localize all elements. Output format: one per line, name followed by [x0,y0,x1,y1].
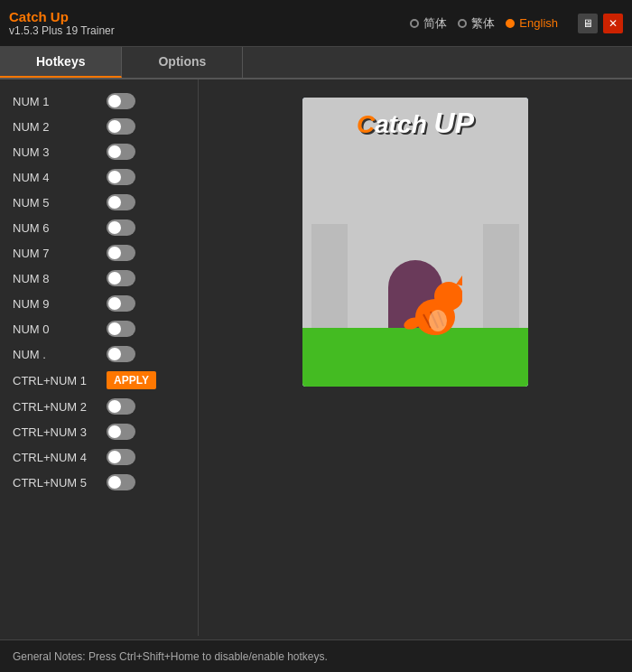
hotkey-label: CTRL+NUM 4 [13,451,94,464]
toggle-switch[interactable] [107,398,135,415]
hotkey-row: CTRL+NUM 2 [0,394,198,419]
hotkey-label: NUM 8 [13,272,94,285]
toggle-switch[interactable] [107,118,135,135]
hotkey-label: NUM 6 [13,221,94,235]
hotkey-label: CTRL+NUM 3 [13,425,94,439]
monitor-button[interactable]: 🖥 [578,14,598,33]
options-panel: Catch UP [199,79,632,636]
hotkey-label: NUM 0 [13,322,94,336]
toggle-switch[interactable] [107,245,135,261]
tab-hotkeys[interactable]: Hotkeys [0,47,122,78]
hotkey-row: NUM 9 [0,291,198,316]
title-info: Catch Up v1.5.3 Plus 19 Trainer [9,9,115,37]
hotkey-label: NUM 5 [13,196,94,210]
radio-english [506,19,515,28]
footer: General Notes: Press Ctrl+Shift+Home to … [0,639,632,672]
hotkey-label: CTRL+NUM 5 [13,476,94,490]
hotkey-row: NUM 1 [0,89,198,114]
hotkey-label: NUM 3 [13,145,94,159]
main-content: NUM 1NUM 2NUM 3NUM 4NUM 5NUM 6NUM 7NUM 8… [0,79,632,636]
hotkey-row: NUM . [0,341,198,367]
language-controls: 简体 繁体 English 🖥 ✕ [410,14,623,33]
radio-zh-trad [458,19,467,28]
title-bar: Catch Up v1.5.3 Plus 19 Trainer 简体 繁体 En… [0,0,632,47]
toggle-switch[interactable] [107,295,135,312]
game-art: Catch UP [302,98,528,387]
svg-point-7 [429,310,447,331]
apply-button[interactable]: APPLY [107,371,156,389]
hotkey-label: NUM 1 [13,95,94,108]
toggle-switch[interactable] [107,346,135,362]
hotkey-row: NUM 5 [0,190,198,215]
hotkey-label: NUM . [13,348,94,361]
footer-note: General Notes: Press Ctrl+Shift+Home to … [13,650,328,663]
hotkey-row: NUM 3 [0,139,198,164]
svg-point-2 [434,282,462,311]
hotkey-row: CTRL+NUM 1APPLY [0,367,198,394]
lang-zh-trad[interactable]: 繁体 [458,15,495,32]
toggle-switch[interactable] [107,321,135,337]
hotkey-label: CTRL+NUM 2 [13,400,94,414]
lang-english[interactable]: English [506,16,558,30]
toggle-switch[interactable] [107,474,135,490]
radio-zh-simple [410,19,419,28]
hotkey-label: CTRL+NUM 1 [13,374,94,387]
hotkey-row: CTRL+NUM 5 [0,470,198,495]
hotkey-row: NUM 6 [0,215,198,240]
close-button[interactable]: ✕ [603,14,623,33]
game-logo: Catch UP [357,107,474,140]
hotkeys-panel: NUM 1NUM 2NUM 3NUM 4NUM 5NUM 6NUM 7NUM 8… [0,79,199,636]
toggle-switch[interactable] [107,194,135,210]
toggle-switch[interactable] [107,219,135,236]
hotkey-label: NUM 2 [13,120,94,134]
lang-english-label: English [519,16,558,30]
app-title: Catch Up [9,9,115,24]
toggle-switch[interactable] [107,449,135,465]
toggle-switch[interactable] [107,144,135,160]
game-image: Catch UP [302,98,528,387]
castle-tower-right [483,224,519,332]
window-controls: 🖥 ✕ [578,14,623,33]
logo-catch: Catch UP [357,110,474,138]
hotkey-row: NUM 7 [0,240,198,266]
lang-zh-simple-label: 简体 [423,15,447,32]
hotkey-row: CTRL+NUM 3 [0,419,198,444]
lang-zh-trad-label: 繁体 [471,15,495,32]
cat-svg [404,274,462,337]
toggle-switch[interactable] [107,424,135,440]
hotkey-row: NUM 8 [0,266,198,291]
lang-zh-simple[interactable]: 简体 [410,15,447,32]
logo-up: UP [434,107,474,139]
hotkey-row: NUM 4 [0,164,198,190]
tab-options[interactable]: Options [122,47,243,78]
app-subtitle: v1.5.3 Plus 19 Trainer [9,24,115,37]
tab-bar: Hotkeys Options [0,47,632,79]
hotkey-row: NUM 2 [0,114,198,139]
hotkey-label: NUM 4 [13,171,94,184]
toggle-switch[interactable] [107,93,135,109]
toggle-switch[interactable] [107,169,135,185]
hotkey-row: CTRL+NUM 4 [0,444,198,470]
castle-tower-left [311,224,348,332]
logo-c: C [357,110,375,138]
toggle-switch[interactable] [107,270,135,286]
hotkey-row: NUM 0 [0,316,198,341]
hotkey-label: NUM 9 [13,297,94,311]
hotkey-label: NUM 7 [13,247,94,260]
